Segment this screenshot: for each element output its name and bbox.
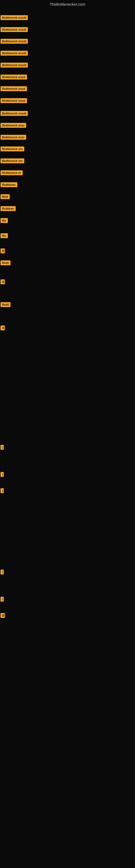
bottleneck-badge-1[interactable]: Bottleneck result bbox=[1, 15, 28, 20]
bottleneck-badge-container-1: Bottleneck result bbox=[1, 15, 28, 21]
bottleneck-badge-container-2: Bottleneck result bbox=[1, 27, 28, 33]
bottleneck-badge-container-6: Bottleneck resul bbox=[1, 74, 27, 81]
bottleneck-badge-container-25: | bbox=[1, 445, 4, 451]
bottleneck-badge-container-29: | bbox=[1, 597, 4, 603]
bottleneck-badge-container-14: Bottleneck re bbox=[1, 170, 23, 176]
bottleneck-badge-container-19: Bo bbox=[1, 233, 8, 239]
bottleneck-badge-container-18: Bo bbox=[1, 218, 8, 224]
bottleneck-badge-container-21: Bottl bbox=[1, 260, 10, 267]
bottleneck-badge-container-5: Bottleneck result bbox=[1, 63, 28, 69]
bottleneck-badge-6[interactable]: Bottleneck resul bbox=[1, 74, 27, 80]
bottleneck-badge-15[interactable]: Bottlenec bbox=[1, 182, 17, 187]
bottleneck-badge-27[interactable]: | bbox=[1, 488, 4, 493]
bottleneck-badge-container-26: | bbox=[1, 472, 4, 478]
bottleneck-badge-30[interactable]: B bbox=[1, 613, 5, 618]
bottleneck-badge-16[interactable]: Bott bbox=[1, 194, 10, 199]
bottleneck-badge-container-20: B bbox=[1, 248, 5, 254]
bottleneck-badge-19[interactable]: Bo bbox=[1, 233, 8, 238]
bottleneck-badge-13[interactable]: Bottleneck res bbox=[1, 158, 24, 163]
bottleneck-badge-container-27: | bbox=[1, 488, 4, 494]
bottleneck-badge-container-12: Bottleneck res bbox=[1, 147, 24, 152]
bottleneck-badge-container-28: | bbox=[1, 569, 4, 576]
bottleneck-badge-10[interactable]: Bottleneck resu bbox=[1, 123, 26, 128]
bottleneck-badge-24[interactable]: B bbox=[1, 326, 5, 330]
bottleneck-badge-20[interactable]: B bbox=[1, 248, 5, 253]
bottleneck-badge-8[interactable]: Bottleneck resul bbox=[1, 98, 27, 103]
bottleneck-badge-3[interactable]: Bottleneck result bbox=[1, 39, 28, 44]
bottleneck-badge-container-15: Bottlenec bbox=[1, 182, 17, 188]
bottleneck-badge-container-3: Bottleneck result bbox=[1, 39, 28, 45]
bottleneck-badge-4[interactable]: Bottleneck result bbox=[1, 51, 28, 56]
bottleneck-badge-container-17: Bottlene bbox=[1, 206, 16, 212]
site-title: TheBottlenecker.com bbox=[0, 0, 135, 8]
bottleneck-badge-18[interactable]: Bo bbox=[1, 218, 8, 223]
bottleneck-badge-26[interactable]: | bbox=[1, 472, 4, 477]
bottleneck-badge-container-22: B bbox=[1, 279, 5, 285]
bottleneck-badge-container-10: Bottleneck resu bbox=[1, 123, 26, 129]
bottleneck-badge-23[interactable]: Bottl bbox=[1, 302, 10, 307]
bottleneck-badge-container-9: Bottleneck result bbox=[1, 111, 28, 117]
bottleneck-badge-14[interactable]: Bottleneck re bbox=[1, 170, 23, 175]
bottleneck-badge-container-4: Bottleneck result bbox=[1, 51, 28, 57]
bottleneck-badge-25[interactable]: | bbox=[1, 445, 4, 450]
bottleneck-badge-22[interactable]: B bbox=[1, 279, 5, 284]
bottleneck-badge-container-30: B bbox=[1, 613, 5, 619]
bottleneck-badge-container-23: Bottl bbox=[1, 302, 10, 308]
bottleneck-badge-container-13: Bottleneck res bbox=[1, 158, 24, 164]
bottleneck-badge-11[interactable]: Bottleneck resu bbox=[1, 135, 26, 140]
bottleneck-badge-28[interactable]: | bbox=[1, 569, 4, 575]
bottleneck-badge-container-24: B bbox=[1, 326, 5, 332]
bottleneck-badge-2[interactable]: Bottleneck result bbox=[1, 27, 28, 32]
bottleneck-badge-container-11: Bottleneck resu bbox=[1, 135, 26, 141]
bottleneck-badge-5[interactable]: Bottleneck result bbox=[1, 63, 28, 67]
bottleneck-badge-container-16: Bott bbox=[1, 194, 10, 200]
bottleneck-badge-12[interactable]: Bottleneck res bbox=[1, 147, 24, 151]
bottleneck-badge-21[interactable]: Bottl bbox=[1, 260, 10, 265]
bottleneck-badge-container-8: Bottleneck resul bbox=[1, 98, 27, 104]
bottleneck-badge-7[interactable]: Bottleneck resul bbox=[1, 86, 27, 91]
bottleneck-badge-17[interactable]: Bottlene bbox=[1, 206, 16, 211]
bottleneck-badge-29[interactable]: | bbox=[1, 597, 4, 601]
bottleneck-badge-container-7: Bottleneck resul bbox=[1, 86, 27, 92]
site-header: TheBottlenecker.com bbox=[0, 0, 135, 8]
bottleneck-badge-9[interactable]: Bottleneck result bbox=[1, 111, 28, 116]
